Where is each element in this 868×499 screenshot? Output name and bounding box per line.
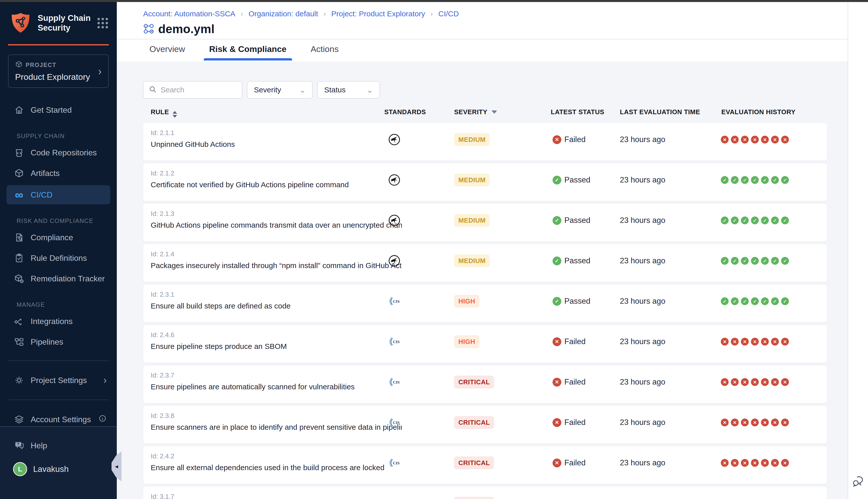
tab-risk-compliance[interactable]: Risk & Compliance (209, 44, 287, 61)
rule-row[interactable]: Id: 2.4.6Ensure pipeline steps produce a… (143, 325, 827, 363)
rule-row[interactable]: Id: 2.3.8Ensure scanners are in place to… (143, 406, 827, 443)
project-selector[interactable]: PROJECT Product Exploratory › (8, 54, 109, 88)
rule-id: Id: 2.3.8 (151, 412, 174, 420)
remediation-tracker-icon (14, 273, 24, 284)
cis-standard-icon: CIS (388, 416, 401, 429)
rule-row[interactable]: Id: 2.3.7Ensure pipelines are automatica… (143, 365, 827, 403)
tab-bar: OverviewRisk & ComplianceActions (149, 44, 339, 61)
severity-filter-dropdown[interactable]: Severity ⌄ (247, 81, 313, 99)
severity-badge: MEDIUM (454, 255, 490, 267)
svg-text:CIS: CIS (393, 340, 400, 344)
rule-row[interactable]: Id: 2.1.2Certificate not verified by Git… (143, 163, 827, 201)
project-settings-icon (14, 375, 24, 385)
severity-badge: CRITICAL (454, 416, 494, 429)
rule-row[interactable]: Id: 2.3.1Ensure all build steps are defi… (143, 285, 827, 322)
column-severity[interactable]: SEVERITY (454, 108, 497, 116)
compliance-icon (14, 232, 24, 242)
feedback-chat-icon[interactable] (852, 474, 866, 488)
sidebar-item-rule-definitions[interactable]: Rule Definitions (0, 248, 117, 268)
column-rule[interactable]: RULE (151, 108, 177, 118)
failed-evaluation-icon: ✕ (741, 378, 749, 386)
main-area: Account: Automation-SSCA›Organization: d… (117, 2, 848, 499)
project-cube-icon (15, 61, 23, 70)
sidebar-item-artifacts[interactable]: Artifacts (0, 164, 117, 183)
passed-evaluation-icon: ✓ (761, 217, 769, 224)
sidebar-item-label: Account Settings (31, 415, 91, 424)
chevron-right-icon: › (98, 66, 102, 77)
rule-name: Packages insecurely installed through “n… (151, 261, 402, 270)
sidebar-item-label: Pipelines (31, 337, 63, 346)
supply-chain-security-app: Supply Chain Security PROJECT (0, 0, 868, 499)
brand-accent-divider (8, 44, 109, 46)
failed-evaluation-icon: ✕ (761, 378, 769, 386)
rule-row[interactable]: Id: 2.1.3GitHub Actions pipeline command… (143, 204, 827, 242)
divider (8, 400, 109, 400)
column-latest-status: LATEST STATUS (551, 108, 604, 116)
user-name: Lavakush (33, 464, 69, 474)
user-menu[interactable]: L Lavakush (0, 455, 117, 481)
breadcrumb-link[interactable]: Account: Automation-SSCA (143, 10, 235, 18)
last-evaluation-time: 23 hours ago (620, 418, 665, 427)
failed-evaluation-icon: ✕ (731, 459, 739, 467)
sidebar-item-help[interactable]: ? Help (0, 436, 117, 455)
evaluation-history: ✕✕✕✕✕✕✕ (721, 378, 789, 386)
sidebar-item-label: Remediation Tracker (31, 274, 105, 283)
sidebar-item-compliance[interactable]: Compliance (0, 228, 117, 247)
breadcrumb-separator: › (324, 10, 326, 18)
failed-status-icon: ✕ (553, 135, 561, 144)
breadcrumb-link[interactable]: Organization: default (249, 10, 318, 18)
rule-row[interactable]: Id: 3.1.7CISCRITICAL✕Failed23 hours ago✕… (143, 487, 827, 499)
rule-row[interactable]: Id: 2.1.4Packages insecurely installed t… (143, 244, 827, 282)
get-started-icon (14, 105, 24, 115)
passed-status-icon: ✓ (553, 176, 561, 184)
sidebar-item-code-repositories[interactable]: Code Repositories (0, 143, 117, 162)
failed-evaluation-icon: ✕ (721, 459, 728, 467)
passed-evaluation-icon: ✓ (741, 217, 749, 224)
sidebar-item-remediation-tracker[interactable]: Remediation Tracker (0, 269, 117, 288)
sidebar-item-label: Get Started (31, 106, 72, 115)
last-evaluation-time: 23 hours ago (620, 458, 665, 467)
failed-evaluation-icon: ✕ (731, 338, 739, 346)
passed-status-icon: ✓ (553, 297, 561, 306)
rule-row[interactable]: Id: 2.4.2Ensure all external dependencie… (143, 446, 827, 484)
rule-name: Unpinned GitHub Actions (151, 140, 235, 149)
sidebar-item-get-started[interactable]: Get Started (0, 100, 117, 120)
bird-standard-icon (388, 255, 401, 267)
rule-name: GitHub Actions pipeline commands transmi… (151, 221, 402, 229)
sidebar-item-project-settings[interactable]: Project Settings› (0, 370, 117, 391)
bird-standard-icon (388, 214, 401, 227)
sidebar-item-label: CI/CD (31, 190, 52, 199)
chevron-down-icon: ⌄ (299, 86, 306, 94)
sidebar-item-cicd[interactable]: ∞CI/CD (7, 185, 110, 204)
failed-evaluation-icon: ✕ (741, 338, 749, 346)
failed-evaluation-icon: ✕ (761, 338, 769, 346)
svg-text:CIS: CIS (393, 461, 400, 465)
integrations-icon (14, 316, 24, 326)
failed-evaluation-icon: ✕ (781, 419, 789, 426)
right-rail (848, 2, 868, 499)
cis-standard-icon: CIS (388, 376, 401, 388)
search-icon (148, 85, 157, 95)
severity-badge: CRITICAL (454, 376, 494, 389)
failed-status-icon: ✕ (553, 459, 561, 467)
status-text: Failed (564, 458, 586, 467)
cis-standard-icon: CIS (388, 335, 401, 348)
tab-actions[interactable]: Actions (311, 44, 339, 61)
evaluation-history: ✓✓✓✓✓✓✓ (721, 217, 789, 224)
status-filter-dropdown[interactable]: Status ⌄ (317, 81, 380, 99)
failed-evaluation-icon: ✕ (721, 378, 728, 386)
rule-id: Id: 2.1.2 (151, 169, 174, 177)
nav-section-label: RISK AND COMPLIANCE (16, 217, 117, 224)
module-grid-icon[interactable] (96, 16, 109, 29)
sidebar-item-pipelines[interactable]: Pipelines (0, 332, 117, 351)
rule-row[interactable]: Id: 2.1.1Unpinned GitHub ActionsMEDIUM✕F… (143, 123, 827, 161)
failed-evaluation-icon: ✕ (761, 419, 769, 426)
failed-evaluation-icon: ✕ (751, 459, 759, 467)
passed-evaluation-icon: ✓ (721, 297, 728, 305)
sidebar-item-integrations[interactable]: Integrations (0, 312, 117, 331)
tab-overview[interactable]: Overview (149, 44, 185, 61)
breadcrumb-link[interactable]: Project: Product Exploratory (331, 10, 425, 18)
status-text: Passed (564, 256, 590, 265)
breadcrumb-link[interactable]: CI/CD (438, 10, 459, 18)
search-input[interactable] (160, 86, 236, 94)
